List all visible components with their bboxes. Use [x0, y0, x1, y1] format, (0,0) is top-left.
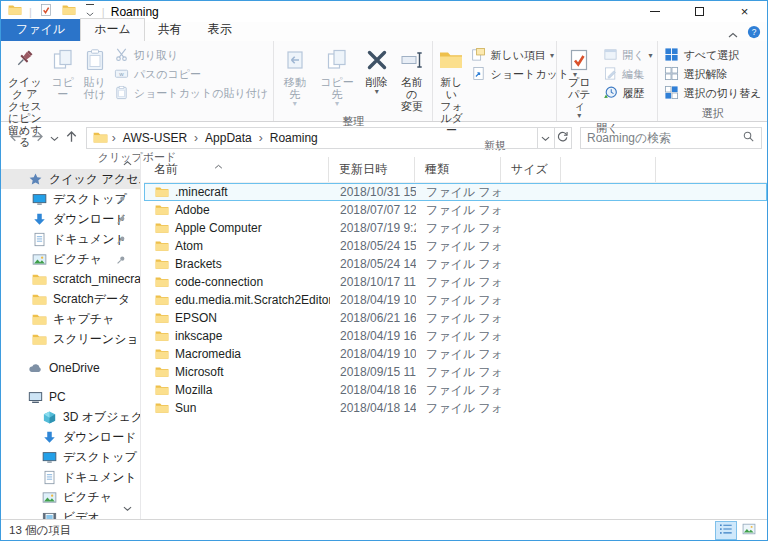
search-input[interactable] [587, 131, 742, 145]
properties-button[interactable]: プロパティ ▾ [559, 44, 599, 121]
search-icon[interactable] [742, 130, 755, 146]
cut-button[interactable]: 切り取り [111, 46, 271, 64]
sidebar-item-pc-pictures[interactable]: ピクチャ [1, 487, 140, 507]
breadcrumb-segment[interactable]: AWS-USER [116, 131, 194, 145]
sidebar-item-scratch-minecraft[interactable]: scratch_minecra [1, 269, 140, 289]
properties-icon[interactable] [37, 4, 55, 20]
sidebar-item-pc-documents[interactable]: ドキュメント [1, 467, 140, 487]
close-button[interactable]: × [722, 1, 767, 22]
move-to-button[interactable]: 移動先 ▾ [276, 44, 313, 109]
tab-home[interactable]: ホーム [80, 18, 145, 41]
breadcrumb-segment[interactable]: AppData [198, 131, 259, 145]
file-row[interactable]: Apple Computer2018/07/19 9:29ファイル フォルダー [144, 219, 767, 237]
sidebar-item-pc[interactable]: PC [1, 387, 140, 407]
breadcrumb-segment[interactable]: Roaming [263, 131, 325, 145]
file-row[interactable]: inkscape2018/04/19 16:09ファイル フォルダー [144, 327, 767, 345]
column-header-種類[interactable]: 種類 [415, 157, 501, 182]
column-header-更新日時[interactable]: 更新日時 [329, 157, 415, 182]
help-icon[interactable]: ? [747, 25, 761, 42]
minimize-ribbon-icon[interactable] [728, 27, 738, 41]
file-name-cell: edu.media.mit.Scratch2Editor [145, 293, 330, 307]
sidebar-item-desktop[interactable]: デスクトップ [1, 189, 140, 209]
file-row[interactable]: Mozilla2018/04/18 16:35ファイル フォルダー [144, 381, 767, 399]
desktop-icon [31, 191, 47, 207]
sidebar-item-documents[interactable]: ドキュメント [1, 229, 140, 249]
sidebar-item-onedrive[interactable]: OneDrive [1, 358, 140, 378]
sidebar-item-pc-3d-objects[interactable]: 3D オブジェクト [1, 407, 140, 427]
paste-shortcut-button[interactable]: ショートカットの貼り付け [111, 84, 271, 102]
column-header-extra[interactable] [561, 157, 656, 182]
file-row[interactable]: Sun2018/04/18 14:54ファイル フォルダー [144, 399, 767, 417]
edit-button[interactable]: 編集 [599, 65, 655, 83]
edit-icon [602, 66, 618, 82]
file-name: Macromedia [175, 347, 241, 361]
sidebar-item-pc-downloads[interactable]: ダウンロード [1, 427, 140, 447]
history-button[interactable]: 履歴 [599, 84, 655, 102]
new-folder-icon[interactable] [60, 4, 78, 20]
tab-file[interactable]: ファイル [1, 19, 80, 41]
column-header-label: 種類 [425, 161, 449, 178]
open-button[interactable]: 開く ▾ [599, 46, 655, 64]
sort-ascending-icon [214, 158, 223, 172]
scroll-up-icon[interactable] [123, 155, 132, 169]
file-date: 2018/10/17 11:46 [330, 275, 416, 289]
breadcrumb[interactable]: ›AWS-USER›AppData›Roaming [86, 127, 538, 149]
column-header-名前[interactable]: 名前 [144, 157, 329, 182]
file-name-cell: Sun [145, 401, 330, 415]
minimize-button[interactable] [632, 1, 677, 22]
clear-selection-button[interactable]: 選択解除 [660, 65, 764, 83]
file-row[interactable]: Microsoft2018/09/15 11:28ファイル フォルダー [144, 363, 767, 381]
file-type: ファイル フォルダー [416, 220, 502, 237]
clear-selection-icon [663, 66, 679, 82]
sidebar-item-pc-videos[interactable]: ビデオ [1, 507, 140, 519]
explorer-icon [6, 4, 24, 20]
recent-locations-chevron-icon[interactable] [48, 126, 61, 150]
sidebar-item-quick-access[interactable]: クイック アクセス [1, 169, 140, 189]
file-row[interactable]: .minecraft2018/10/31 15:32ファイル フォルダー [144, 183, 767, 201]
thumbnails-view-icon[interactable] [739, 522, 759, 539]
address-dropdown-icon[interactable] [538, 127, 555, 149]
details-view-icon[interactable] [716, 522, 736, 539]
file-type: ファイル フォルダー [416, 346, 502, 363]
sidebar-item-label: 3D オブジェクト [63, 409, 141, 426]
file-row[interactable]: Macromedia2018/04/19 10:28ファイル フォルダー [144, 345, 767, 363]
delete-button[interactable]: 削除 ▾ [361, 44, 393, 97]
copy-path-button[interactable]: w パスのコピー [111, 65, 271, 83]
file-date: 2018/07/19 9:29 [330, 221, 416, 235]
ribbon: クイック アクセス にピン留めする コピー 貼り付け 切り取り [1, 41, 767, 122]
file-row[interactable]: code-connection2018/10/17 11:46ファイル フォルダ… [144, 273, 767, 291]
tab-view[interactable]: 表示 [195, 19, 245, 41]
rename-button[interactable]: 名前の 変更 [393, 44, 431, 114]
forward-icon[interactable] [26, 126, 47, 150]
new-folder-button[interactable]: 新しい フォルダー [435, 44, 467, 138]
refresh-icon[interactable] [555, 127, 572, 149]
paste-button[interactable]: 貼り付け [79, 44, 111, 102]
up-icon[interactable] [60, 126, 81, 150]
sidebar-item-capture[interactable]: キャプチャ [1, 309, 140, 329]
sidebar-item-screenshots[interactable]: スクリーンショット [1, 329, 140, 349]
maximize-button[interactable] [677, 1, 722, 22]
file-row[interactable]: Brackets2018/05/24 14:59ファイル フォルダー [144, 255, 767, 273]
file-date: 2018/06/21 16:22 [330, 311, 416, 325]
sidebar-item-scratch-data[interactable]: Scratchデータ [1, 289, 140, 309]
pin-icon [116, 214, 126, 224]
sidebar-item-pc-desktop[interactable]: デスクトップ [1, 447, 140, 467]
copy-to-button[interactable]: コピー先 ▾ [313, 44, 361, 109]
select-all-button[interactable]: すべて選択 [660, 46, 764, 64]
download-icon [31, 211, 47, 227]
file-type: ファイル フォルダー [416, 400, 502, 417]
file-row[interactable]: Adobe2018/07/07 12:40ファイル フォルダー [144, 201, 767, 219]
file-type: ファイル フォルダー [416, 184, 502, 201]
file-row[interactable]: Atom2018/05/24 15:49ファイル フォルダー [144, 237, 767, 255]
tab-share[interactable]: 共有 [145, 19, 195, 41]
file-row[interactable]: edu.media.mit.Scratch2Editor2018/04/19 1… [144, 291, 767, 309]
file-row[interactable]: EPSON2018/06/21 16:22ファイル フォルダー [144, 309, 767, 327]
back-icon[interactable] [5, 126, 26, 150]
sidebar-item-pictures[interactable]: ピクチャ [1, 249, 140, 269]
ribbon-tabs: ファイル ホーム 共有 表示 ? [1, 22, 767, 41]
column-header-サイズ[interactable]: サイズ [501, 157, 561, 182]
sidebar-item-downloads[interactable]: ダウンロード [1, 209, 140, 229]
file-type: ファイル フォルダー [416, 238, 502, 255]
copy-button[interactable]: コピー [47, 44, 79, 102]
invert-selection-button[interactable]: 選択の切り替え [660, 84, 764, 102]
